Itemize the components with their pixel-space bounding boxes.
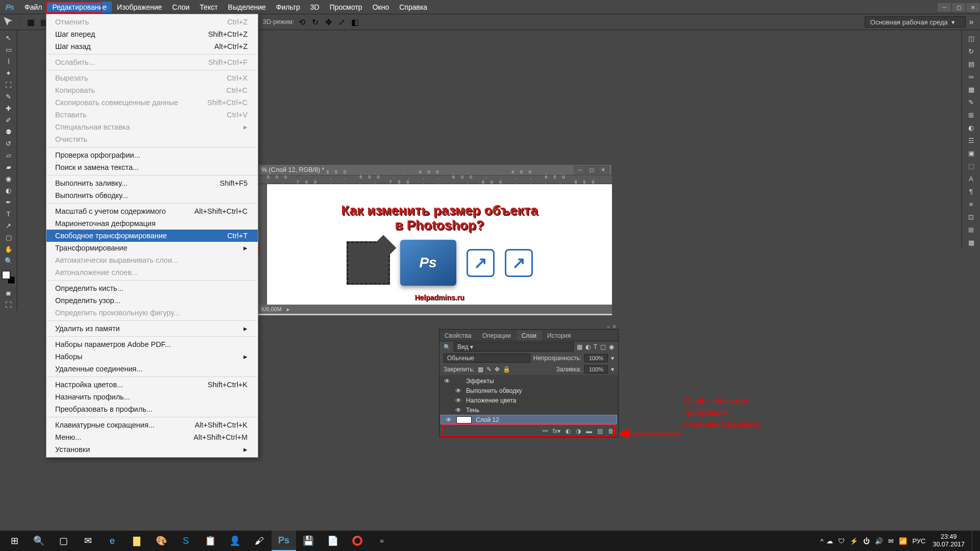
minimize-button[interactable]: ─ <box>938 3 951 12</box>
menu-item[interactable]: Марионеточная деформация <box>46 217 258 230</box>
tray-icon[interactable]: 🛡 <box>838 537 845 545</box>
panel-icon[interactable]: ⊞ <box>964 223 978 236</box>
menu-item[interactable]: Определить кисть... <box>46 282 258 294</box>
start-button[interactable]: ⊞ <box>2 531 27 551</box>
visibility-icon[interactable]: 👁 <box>455 387 462 394</box>
menu-item[interactable]: Настройка цветов...Shift+Ctrl+K <box>46 379 258 391</box>
menu-item[interactable]: Выполнить заливку...Shift+F5 <box>46 177 258 189</box>
menu-фильтр[interactable]: Фильтр <box>271 2 305 13</box>
menu-item[interactable]: Наборы▸ <box>46 350 258 363</box>
blend-mode-select[interactable]: Обычные <box>444 354 530 363</box>
menu-item[interactable]: Свободное трансформированиеCtrl+T <box>46 230 258 242</box>
filter-icon[interactable]: ▢ <box>600 343 606 350</box>
text-tool[interactable]: T <box>2 208 15 219</box>
screenmode-tool[interactable]: ⛶ <box>2 299 15 310</box>
panel-tab[interactable]: История <box>542 331 576 341</box>
menu-текст[interactable]: Текст <box>194 2 223 13</box>
menu-item[interactable]: Проверка орфографии... <box>46 149 258 161</box>
search-button[interactable]: 🔍 <box>27 531 51 551</box>
panel-icon[interactable]: ⊞ <box>964 109 978 121</box>
menu-справка[interactable]: Справка <box>394 2 432 13</box>
adjustment-icon[interactable]: ◑ <box>576 428 581 435</box>
path-tool[interactable]: ↗ <box>2 220 15 231</box>
move-tool-icon[interactable] <box>3 16 14 28</box>
visibility-icon[interactable]: 👁 <box>445 416 452 423</box>
menu-item[interactable]: Меню...Alt+Shift+Ctrl+M <box>46 431 258 443</box>
mail-app[interactable]: ✉ <box>76 531 100 551</box>
delete-icon[interactable]: 🗑 <box>608 428 614 435</box>
menu-item[interactable]: Установки▸ <box>46 443 258 456</box>
type-icon[interactable]: A <box>964 172 978 185</box>
close-button[interactable]: ✕ <box>966 3 979 12</box>
brush-icon[interactable]: ✎ <box>964 96 978 108</box>
menu-item[interactable]: Выполнить обводку... <box>46 189 258 202</box>
app-icon[interactable]: 💾 <box>296 531 321 551</box>
tray-icon[interactable]: ⏻ <box>863 537 870 545</box>
panel-tab[interactable]: Слои <box>517 331 542 341</box>
menu-слои[interactable]: Слои <box>167 2 194 13</box>
taskview-button[interactable]: ▢ <box>51 531 76 551</box>
dodge-tool[interactable]: ◐ <box>2 185 15 196</box>
filter-icon[interactable]: ◉ <box>609 343 614 350</box>
menu-просмотр[interactable]: Просмотр <box>325 2 368 13</box>
panel-icon[interactable]: ◫ <box>964 32 978 44</box>
3d-icon[interactable]: ⟲ <box>296 16 307 28</box>
marquee-tool[interactable]: ▭ <box>2 44 15 55</box>
menu-редактирование[interactable]: Редактирование <box>47 2 112 13</box>
app-icon[interactable]: 🖌 <box>247 531 272 551</box>
close-icon[interactable]: ✕ <box>612 323 617 330</box>
move-tool[interactable]: ↖ <box>2 32 15 43</box>
mask-icon[interactable]: ◐ <box>566 428 571 435</box>
3d-icon[interactable]: ◧ <box>349 16 360 28</box>
panel-icon[interactable]: ≡ <box>964 198 978 210</box>
brush-tool[interactable]: ✐ <box>2 114 15 126</box>
menu-item[interactable]: Поиск и замена текста... <box>46 161 258 173</box>
visibility-icon[interactable]: 👁 <box>455 407 462 414</box>
3d-icon[interactable]: ⤢ <box>336 16 347 28</box>
panel-tab[interactable]: Свойства <box>439 331 477 341</box>
panel-tab[interactable]: Операции <box>477 331 516 341</box>
3d-icon[interactable]: ↻ <box>309 16 321 28</box>
3d-icon[interactable]: ✥ <box>323 16 334 28</box>
tray-icon[interactable]: 📶 <box>899 537 907 545</box>
menu-выделение[interactable]: Выделение <box>223 2 271 13</box>
app-icon[interactable]: ▫ <box>370 531 394 551</box>
opacity-input[interactable]: 100% <box>584 354 608 362</box>
shape-tool[interactable]: ▢ <box>2 232 15 243</box>
color-swatches[interactable] <box>2 271 15 284</box>
quickmask-tool[interactable]: ◙ <box>2 287 15 298</box>
panel-icon[interactable]: ▣ <box>964 147 978 159</box>
opt-icon[interactable]: ▦ <box>25 16 36 28</box>
photoshop-app[interactable]: Ps <box>272 531 296 551</box>
eraser-tool[interactable]: ▱ <box>2 149 15 161</box>
fx-icon[interactable]: fx▾ <box>553 428 560 435</box>
filter-icon[interactable]: T <box>594 343 597 350</box>
menu-item[interactable]: Назначить профиль... <box>46 391 258 403</box>
menu-изображение[interactable]: Изображение <box>112 2 167 13</box>
menu-item[interactable]: Масштаб с учетом содержимогоAlt+Shift+Ct… <box>46 205 258 217</box>
menu-item[interactable]: Трансформирование▸ <box>46 242 258 254</box>
new-layer-icon[interactable]: ▤ <box>597 428 603 435</box>
lang-indicator[interactable]: РУС <box>912 537 925 545</box>
layer-row-selected[interactable]: 👁 Слой 12 <box>440 415 617 424</box>
eyedropper-tool[interactable]: ✎ <box>2 91 15 102</box>
lasso-tool[interactable]: ⌇ <box>2 56 15 67</box>
hand-tool[interactable]: ✋ <box>2 243 15 255</box>
filter-icon[interactable]: ▦ <box>577 343 582 350</box>
menu-item[interactable]: Преобразовать в профиль... <box>46 403 258 415</box>
history-icon[interactable]: ↻ <box>964 45 978 57</box>
canvas[interactable]: Как изменить размер объекта в Photoshop?… <box>267 184 612 305</box>
visibility-icon[interactable]: 👁 <box>444 378 451 385</box>
blur-tool[interactable]: ◉ <box>2 173 15 184</box>
paragraph-icon[interactable]: ¶ <box>964 185 978 197</box>
collapse-icon[interactable]: « <box>607 323 610 330</box>
panel-icon[interactable]: ☲ <box>964 134 978 146</box>
tray-chevron[interactable]: ^ <box>820 537 823 545</box>
menu-item[interactable]: Клавиатурные сокращения...Alt+Shift+Ctrl… <box>46 419 258 431</box>
gradient-tool[interactable]: ▰ <box>2 161 15 172</box>
workspace-select[interactable]: Основная рабочая среда ▾ <box>865 16 966 28</box>
crop-tool[interactable]: ⛶ <box>2 79 15 90</box>
clock[interactable]: 23:49 30.07.2017 <box>928 533 969 548</box>
swatches-icon[interactable]: ▦ <box>964 83 978 95</box>
fill-input[interactable]: 100% <box>584 365 608 373</box>
